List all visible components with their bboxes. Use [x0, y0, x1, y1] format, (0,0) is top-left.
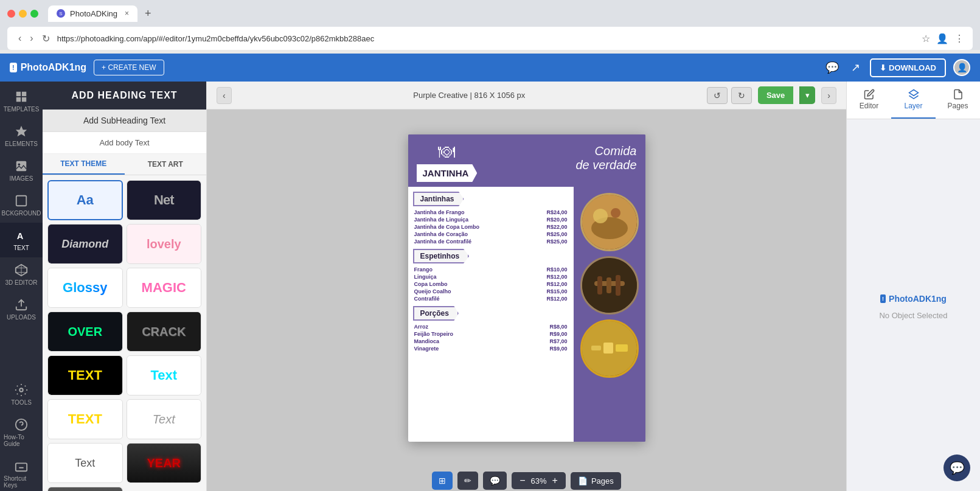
sidebar-item-shortcuts[interactable]: Shortcut Keys	[0, 453, 43, 491]
menu-icon[interactable]: ⋮	[954, 33, 964, 44]
3deditor-label: 3D EDITOR	[5, 279, 37, 286]
main-layout: TEMPLATES ELEMENTS IMAGES BCKGROUND A TE…	[0, 82, 980, 491]
canvas-prev-button[interactable]: ‹	[217, 87, 232, 104]
magic-visual: MAGIC	[127, 268, 201, 307]
tab-layer[interactable]: Layer	[891, 82, 936, 119]
shortcuts-label: Shortcut Keys	[4, 475, 39, 489]
logo-icon: !	[10, 63, 17, 72]
style-net[interactable]: Net	[127, 180, 202, 220]
create-new-button[interactable]: + CREATE NEW	[94, 60, 164, 75]
sidebar-item-text[interactable]: A TEXT	[0, 223, 43, 257]
add-heading-button[interactable]: ADD HEADING TEXT	[43, 82, 206, 110]
grid-view-button[interactable]: ⊞	[432, 472, 453, 490]
style-text-3d[interactable]: TEXT	[47, 487, 123, 491]
header-actions: 💬 ↗ ⬇ DOWNLOAD 👤	[823, 58, 970, 77]
editor-tab-label: Editor	[860, 102, 878, 110]
sidebar-item-background[interactable]: BCKGROUND	[0, 188, 43, 223]
right-logo-name: PhotoADK1ng	[889, 294, 947, 304]
canvas-area: ‹ Purple Creative | 816 X 1056 px ↺ ↻ Sa…	[207, 82, 846, 491]
svg-rect-0	[16, 92, 21, 96]
add-body-button[interactable]: Add body Text	[43, 132, 206, 154]
svg-rect-22	[616, 275, 620, 296]
style-over[interactable]: OVER	[47, 312, 123, 352]
svg-rect-25	[603, 343, 613, 353]
tab-close-icon[interactable]: ×	[125, 9, 129, 18]
style-year-red[interactable]: YEAR	[127, 443, 202, 483]
style-text-gray[interactable]: Text	[127, 399, 202, 439]
zoom-out-button[interactable]: −	[518, 475, 527, 486]
svg-rect-1	[22, 92, 26, 96]
download-button[interactable]: ⬇ DOWNLOAD	[870, 58, 946, 77]
style-text-gold[interactable]: TEXT	[47, 399, 123, 439]
menu-content: Jantinhas Jantinha de FrangoR$24,00 Jant…	[408, 187, 574, 442]
tab-text-theme[interactable]: TEXT THEME	[43, 154, 125, 175]
tab-text-art[interactable]: TEXT ART	[125, 154, 207, 175]
browser-tab[interactable]: S PhotoADKing ×	[48, 5, 137, 22]
sidebar-item-elements[interactable]: ELEMENTS	[0, 119, 43, 153]
text-panel: ADD HEADING TEXT Add SubHeading Text Add…	[43, 82, 207, 491]
templates-label: TEMPLATES	[4, 106, 40, 113]
style-text-cyan[interactable]: Text	[127, 355, 202, 395]
star-icon[interactable]: ☆	[922, 33, 930, 44]
zoom-in-button[interactable]: +	[551, 475, 560, 486]
chat-button[interactable]: 💬	[944, 454, 970, 481]
sidebar-item-uploads[interactable]: UPLOADS	[0, 292, 43, 327]
canvas-next-button[interactable]: ›	[821, 87, 836, 104]
redo-button[interactable]: ↻	[731, 87, 752, 104]
crack-visual: CRACK	[127, 312, 201, 351]
sidebar-item-how-to[interactable]: How-To Guide	[0, 412, 43, 453]
sidebar-item-templates[interactable]: TEMPLATES	[0, 84, 43, 119]
sidebar-item-3deditor[interactable]: 3D EDITOR	[0, 257, 43, 292]
tab-pages[interactable]: Pages	[936, 82, 980, 119]
comment-tool-button[interactable]: 💬	[483, 472, 507, 490]
style-lovely[interactable]: lovely	[127, 224, 202, 264]
year-red-visual: YEAR	[127, 444, 201, 482]
nav-buttons: ‹ › ↻	[16, 32, 52, 46]
add-subheading-button[interactable]: Add SubHeading Text	[43, 110, 206, 132]
style-text-plain[interactable]: Text	[47, 443, 123, 483]
refresh-button[interactable]: ↻	[40, 32, 52, 46]
back-button[interactable]: ‹	[16, 32, 24, 45]
text-3d-visual: TEXT	[48, 487, 122, 491]
pages-icon: 📄	[578, 476, 588, 486]
undo-button[interactable]: ↺	[707, 87, 728, 104]
minimize-dot[interactable]	[19, 10, 27, 18]
style-diamond[interactable]: Diamond	[47, 224, 123, 264]
tab-editor[interactable]: Editor	[847, 82, 891, 119]
maximize-dot[interactable]	[30, 10, 38, 18]
svg-point-10	[19, 388, 23, 392]
url-display[interactable]: https://photoadking.com/app/#/editor/1ym…	[57, 34, 917, 43]
save-dropdown-button[interactable]: ▾	[799, 86, 815, 104]
how-to-label: How-To Guide	[4, 434, 39, 447]
zoom-level: 63%	[531, 476, 547, 486]
comments-icon-button[interactable]: 💬	[823, 58, 841, 77]
design-canvas[interactable]: 🍽 JANTINHA Comida de verdade	[408, 134, 645, 442]
user-avatar[interactable]: 👤	[953, 59, 970, 76]
style-magic[interactable]: MAGIC	[127, 268, 202, 308]
save-button[interactable]: Save	[758, 86, 793, 104]
close-dot[interactable]	[7, 10, 15, 18]
style-text-yellow[interactable]: TEXT	[47, 355, 123, 395]
jantinhas-items: Jantinha de FrangoR$24,00 Jantinha de Li…	[413, 209, 569, 245]
sidebar-item-tools[interactable]: TOOLS	[0, 377, 43, 412]
sidebar-item-images[interactable]: IMAGES	[0, 153, 43, 188]
pages-button[interactable]: 📄 Pages	[571, 472, 621, 490]
style-glossy[interactable]: Glossy	[47, 268, 123, 308]
images-label: IMAGES	[10, 175, 33, 182]
text-plain-visual: Text	[48, 444, 122, 482]
text-label: TEXT	[13, 245, 29, 251]
verdade-text: de verdade	[575, 158, 636, 172]
lovely-visual: lovely	[127, 225, 201, 263]
new-tab-button[interactable]: +	[145, 7, 151, 20]
pen-tool-button[interactable]: ✏	[457, 472, 478, 490]
style-crack[interactable]: CRACK	[127, 312, 202, 352]
svg-point-6	[18, 163, 21, 165]
browser-chrome: S PhotoADKing × + ‹ › ↻ https://photoadk…	[0, 0, 980, 50]
text-styles-grid: Aa Net Diamond lovely Glossy MAGIC	[43, 175, 206, 491]
style-aa[interactable]: Aa	[47, 180, 123, 220]
header-text-right: Comida de verdade	[575, 142, 636, 172]
forward-button[interactable]: ›	[27, 32, 35, 45]
share-icon-button[interactable]: ↗	[849, 58, 863, 77]
profile-icon[interactable]: 👤	[936, 33, 948, 44]
diamond-visual: Diamond	[48, 225, 122, 263]
